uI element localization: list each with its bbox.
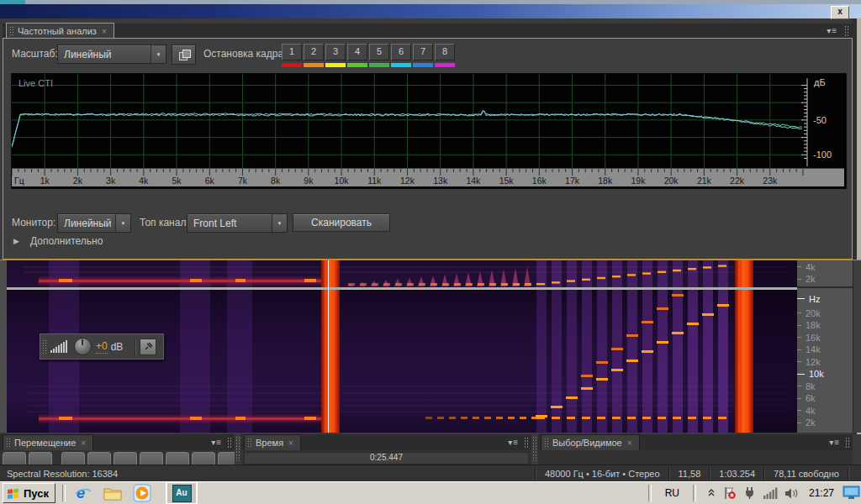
free-space-text: 78,11 свободно [774, 469, 839, 479]
show-desktop-icon[interactable] [843, 486, 861, 501]
hold-frames-button[interactable] [172, 45, 196, 65]
scan-button[interactable]: Сканировать [293, 213, 390, 232]
scale-dropdown-value: Линейный [58, 49, 151, 60]
start-button[interactable]: Пуск [3, 483, 55, 503]
status-separator [668, 468, 670, 480]
chevron-down-icon: ▼ [272, 214, 287, 232]
transport-button[interactable] [87, 452, 111, 465]
svg-text:-50: -50 [813, 115, 827, 125]
hold-frame-button-5[interactable]: 5 [369, 44, 389, 67]
panel-gap-grip[interactable] [532, 436, 537, 461]
hold-frame-button-8[interactable]: 8 [435, 44, 455, 67]
taskbar-separator [693, 485, 696, 501]
svg-text:20k: 20k [664, 176, 679, 186]
transport-button[interactable] [218, 452, 235, 465]
hold-frame-button-3[interactable]: 3 [325, 44, 346, 67]
tab-time[interactable]: Время × [244, 434, 301, 450]
window-close-button[interactable]: x [831, 6, 849, 19]
channel-dropdown-value: Front Left [188, 218, 272, 229]
frequency-graph[interactable]: дБ-50-100Гц1k2k3k4k5k6k7k8k9k10k11k12k13… [11, 73, 847, 189]
media-player-icon[interactable] [131, 483, 153, 503]
panel-grip-icon[interactable] [227, 437, 232, 449]
scale-dropdown[interactable]: Линейный ▼ [57, 45, 166, 64]
explorer-folder-icon[interactable] [102, 483, 124, 503]
gain-unit: dB [111, 341, 124, 353]
panel-menu-icon[interactable]: ▾≡ [827, 26, 837, 35]
panel-grip-icon[interactable] [845, 437, 850, 449]
tab-close-icon[interactable]: × [627, 438, 632, 448]
tab-close-icon[interactable]: × [81, 438, 86, 448]
tray-chevron-icon[interactable] [706, 488, 716, 498]
status-metric2: 1:03.254 [719, 469, 755, 479]
tab-close-icon[interactable]: × [102, 27, 107, 36]
tab-selection[interactable]: Выбор/Видимое × [541, 434, 640, 450]
advanced-label[interactable]: Дополнительно [30, 235, 103, 247]
panel-grip-icon[interactable] [524, 437, 529, 449]
svg-text:10k: 10k [335, 176, 350, 186]
frequency-graph-svg: дБ-50-100Гц1k2k3k4k5k6k7k8k9k10k11k12k13… [12, 74, 844, 186]
hold-frame-button-6[interactable]: 6 [391, 44, 411, 67]
tab-grip-icon [247, 438, 251, 448]
svg-text:19k: 19k [631, 176, 646, 186]
transport-button[interactable] [192, 452, 215, 465]
transport-button[interactable] [3, 452, 26, 465]
gain-knob[interactable] [74, 338, 92, 355]
transport-panel: Перемещение × ▾≡ [0, 434, 235, 465]
panel-grip-icon[interactable] [844, 25, 849, 37]
panel-menu-icon[interactable]: ▾≡ [508, 438, 519, 447]
tab-frequency-analysis[interactable]: Частотный анализ × [6, 23, 114, 39]
tab-transport[interactable]: Перемещение × [3, 434, 93, 450]
power-plug-icon[interactable] [743, 486, 756, 500]
transport-button[interactable] [29, 452, 52, 465]
window-titlebar[interactable] [0, 0, 861, 18]
taskbar: Пуск e Au RU [0, 481, 861, 504]
audition-icon: Au [172, 485, 192, 502]
panel-gap-grip[interactable] [235, 436, 240, 461]
hold-frame-button-7[interactable]: 7 [413, 44, 433, 67]
hold-frame-button-1[interactable]: 1 [282, 44, 302, 67]
monitor-dropdown[interactable]: Линейный ▼ [57, 213, 131, 233]
monitor-dropdown-value: Линейный [58, 218, 115, 229]
tab-grip-icon [6, 438, 10, 448]
internet-explorer-icon[interactable]: e [72, 483, 94, 503]
svg-text:7k: 7k [238, 176, 248, 186]
pin-icon [144, 342, 153, 351]
svg-text:-100: -100 [813, 150, 832, 160]
transport-button[interactable] [166, 452, 189, 465]
spectrogram-axis-label-18k: 18k [797, 320, 821, 331]
spectrogram-axis-label-4k: 4k [797, 405, 816, 416]
svg-text:дБ: дБ [814, 77, 826, 87]
channel-dropdown[interactable]: Front Left ▼ [187, 213, 288, 233]
hold-frame-color-swatch [325, 63, 346, 67]
transport-button[interactable] [61, 452, 85, 465]
overlay-grip-icon[interactable] [42, 339, 46, 354]
language-indicator[interactable]: RU [665, 487, 679, 499]
gain-overlay-panel[interactable]: +0 dB [40, 333, 164, 360]
vertical-zoom-strip[interactable] [853, 260, 861, 433]
svg-text:2k: 2k [73, 176, 83, 186]
action-center-error-icon[interactable] [723, 486, 737, 500]
panel-menu-icon[interactable]: ▾≡ [829, 438, 840, 447]
transport-button[interactable] [140, 452, 163, 465]
svg-text:6k: 6k [205, 176, 215, 186]
taskbar-separator [62, 485, 66, 501]
transport-button[interactable] [114, 452, 137, 465]
hold-frame-button-4[interactable]: 4 [347, 44, 367, 67]
taskbar-clock[interactable]: 21:27 [809, 487, 834, 499]
panel-menu-icon[interactable]: ▾≡ [211, 438, 222, 447]
spectrogram-frequency-axis[interactable]: 4k2kHz20k18k16k14k12k10k8k6k4k2k [797, 260, 853, 433]
overlay-separator [135, 338, 136, 356]
svg-text:16k: 16k [532, 176, 547, 186]
audition-task-button[interactable]: Au [166, 481, 198, 504]
expander-triangle-icon[interactable]: ▶ [13, 237, 19, 245]
speaker-icon[interactable] [784, 487, 799, 500]
spectrogram-axis-label-4k: 4k [797, 261, 816, 272]
pin-button[interactable] [140, 339, 156, 355]
network-signal-icon[interactable] [763, 487, 778, 499]
tab-close-icon[interactable]: × [288, 438, 293, 448]
frequency-panel-tabbar: Частотный анализ × ▾≡ [3, 24, 853, 39]
frames-icon [179, 50, 189, 60]
hold-frame-button-2[interactable]: 2 [304, 44, 324, 67]
gain-value[interactable]: +0 [96, 340, 108, 354]
background-window-fragment [0, 0, 25, 4]
